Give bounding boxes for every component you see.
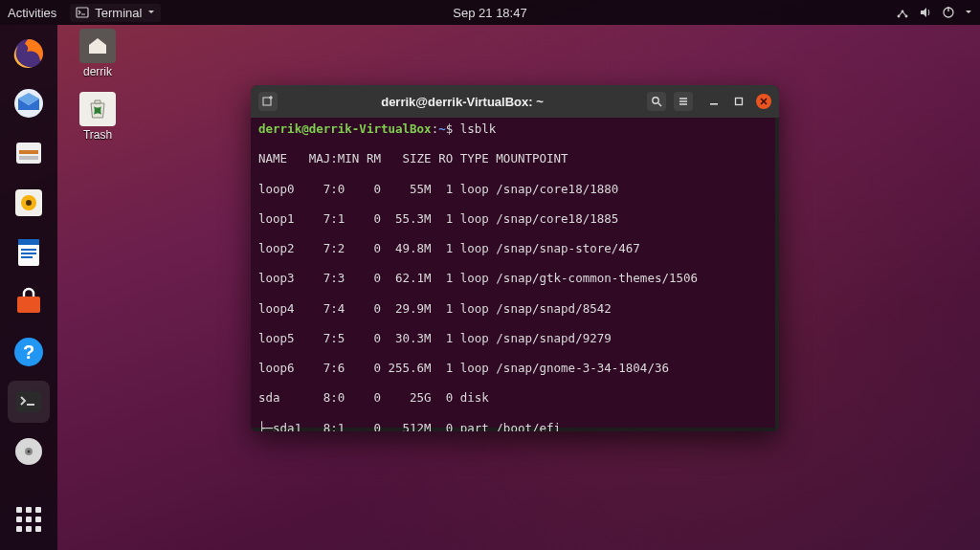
status-area[interactable] — [896, 6, 972, 19]
svg-point-27 — [653, 98, 658, 103]
clock[interactable]: Sep 21 18:47 — [453, 6, 526, 20]
hamburger-icon — [678, 96, 689, 107]
top-bar: Activities Terminal Sep 21 18:47 — [0, 0, 980, 25]
svg-rect-5 — [947, 7, 948, 11]
dock-disc[interactable] — [8, 430, 50, 473]
home-folder-icon[interactable]: derrik — [75, 29, 121, 78]
active-app-label: Terminal — [95, 6, 142, 20]
svg-rect-19 — [17, 297, 40, 313]
dock-thunderbird[interactable] — [8, 82, 50, 124]
svg-rect-22 — [16, 391, 41, 412]
window-titlebar[interactable]: derrik@derrik-VirtualBox: ~ — [251, 85, 779, 118]
maximize-button[interactable] — [731, 94, 746, 109]
window-title: derrik@derrik-VirtualBox: ~ — [285, 95, 639, 109]
activities-button[interactable]: Activities — [8, 6, 56, 20]
svg-rect-26 — [263, 98, 271, 105]
volume-icon — [919, 6, 932, 19]
new-tab-button[interactable] — [258, 92, 278, 111]
svg-rect-9 — [19, 150, 38, 154]
svg-point-13 — [26, 200, 32, 206]
search-icon — [651, 96, 662, 107]
active-app-menu[interactable]: Terminal — [70, 4, 161, 22]
svg-rect-28 — [710, 103, 718, 105]
svg-rect-29 — [736, 99, 743, 105]
svg-rect-17 — [21, 253, 36, 254]
dock-files[interactable] — [8, 132, 50, 174]
close-button[interactable] — [756, 94, 771, 109]
minimize-button[interactable] — [706, 94, 722, 109]
terminal-window: derrik@derrik-VirtualBox: ~ derrik@derri… — [251, 85, 779, 431]
chevron-down-icon — [965, 9, 972, 16]
close-icon — [759, 97, 768, 106]
trash-icon[interactable]: Trash — [75, 92, 121, 142]
network-icon — [896, 6, 909, 19]
svg-rect-15 — [18, 239, 39, 245]
terminal-scrollbar[interactable] — [775, 118, 779, 431]
svg-text:?: ? — [23, 341, 34, 363]
dock-terminal[interactable] — [8, 381, 50, 423]
minimize-icon — [709, 97, 719, 106]
svg-rect-18 — [21, 256, 33, 258]
tab-plus-icon — [262, 96, 274, 107]
svg-rect-16 — [21, 249, 36, 251]
svg-rect-10 — [19, 156, 38, 160]
svg-point-25 — [28, 451, 31, 453]
dock-libreoffice-writer[interactable] — [8, 231, 50, 274]
svg-rect-0 — [77, 8, 88, 17]
dock-software[interactable] — [8, 281, 50, 323]
dock-help[interactable]: ? — [8, 331, 50, 373]
trash-label: Trash — [83, 128, 112, 142]
search-button[interactable] — [647, 92, 666, 111]
dock-rhythmbox[interactable] — [8, 182, 50, 224]
menu-button[interactable] — [674, 92, 693, 111]
chevron-down-icon — [147, 9, 155, 16]
dock: ? — [0, 25, 57, 550]
terminal-output[interactable]: derrik@derrik-VirtualBox:~$ lsblk NAME M… — [251, 118, 775, 428]
maximize-icon — [734, 97, 744, 106]
power-icon — [942, 6, 955, 19]
show-applications[interactable] — [8, 498, 50, 540]
terminal-icon — [76, 6, 89, 19]
home-folder-label: derrik — [83, 65, 112, 78]
dock-firefox[interactable] — [8, 33, 50, 75]
